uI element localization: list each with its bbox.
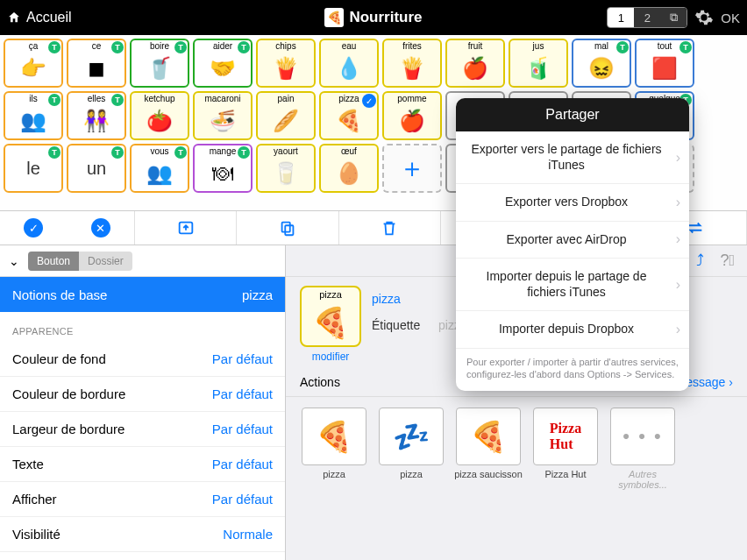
board-tile[interactable]: ils👥T xyxy=(4,91,63,140)
board-tile[interactable]: vous👥T xyxy=(130,144,189,193)
category-label: Notions de base xyxy=(12,287,107,302)
board-tile[interactable]: aider🤝T xyxy=(193,39,253,88)
settings-list: Couleur de fondPar défautCouleur de bord… xyxy=(0,342,285,552)
t-badge-icon: T xyxy=(174,146,187,159)
share-icon[interactable]: ⤴ xyxy=(696,252,704,270)
help-icon[interactable]: ?⃝ xyxy=(720,252,735,270)
setting-value: Par défaut xyxy=(212,457,273,471)
board-tile[interactable]: leT xyxy=(4,144,63,193)
preview-tile[interactable]: pizza 🍕 xyxy=(300,286,361,347)
gear-icon[interactable] xyxy=(694,8,714,27)
page-title: Nourriture xyxy=(349,9,422,26)
board-tile[interactable]: chips🍟 xyxy=(256,39,316,88)
setting-row[interactable]: AfficherPar défaut xyxy=(0,482,285,517)
page-2[interactable]: 2 xyxy=(634,8,660,27)
board-tile[interactable]: pomme🍎 xyxy=(382,91,442,140)
ok-button[interactable]: OK xyxy=(721,11,740,25)
setting-row[interactable]: TextePar défaut xyxy=(0,447,285,482)
setting-row[interactable]: Couleur de bordurePar défaut xyxy=(0,377,285,412)
board-tile[interactable]: macaroni🍜 xyxy=(193,91,253,140)
chevron-right-icon: › xyxy=(676,230,680,248)
setting-label: Couleur de fond xyxy=(12,351,106,366)
selected-tile-label: pizza xyxy=(242,287,273,302)
board-tile[interactable]: mange🍽T xyxy=(193,144,253,193)
popover-item[interactable]: Importer depuis le partage de fichiers i… xyxy=(456,259,689,311)
check-off-icon[interactable]: ✕ xyxy=(91,218,110,237)
chevron-right-icon: › xyxy=(729,375,733,389)
page-archive-icon[interactable]: ⧉ xyxy=(660,8,687,27)
setting-row[interactable]: Couleur de fondPar défaut xyxy=(0,342,285,377)
board-tile[interactable]: œuf🥚 xyxy=(319,144,379,193)
board-tile[interactable]: yaourt🥛 xyxy=(256,144,316,193)
page-1[interactable]: 1 xyxy=(608,8,634,27)
home-icon[interactable] xyxy=(7,11,21,25)
type-segmented[interactable]: Bouton Dossier xyxy=(28,252,132,271)
board-tile[interactable]: elles👭T xyxy=(67,91,126,140)
setting-row[interactable]: Largeur de bordurePar défaut xyxy=(0,412,285,447)
setting-row[interactable]: VisibilitéNormale xyxy=(0,517,285,552)
setting-value: Par défaut xyxy=(212,386,273,401)
board-tile[interactable]: boire🥤T xyxy=(130,39,189,88)
popover-item[interactable]: Exporter vers le partage de fichiers iTu… xyxy=(456,131,689,184)
board-tile[interactable]: pain🥖 xyxy=(256,91,316,140)
setting-label: Afficher xyxy=(12,492,57,507)
preview-label: pizza xyxy=(319,287,342,300)
category-row[interactable]: Notions de base pizza xyxy=(0,277,285,312)
seg-folder[interactable]: Dossier xyxy=(79,252,132,271)
board-tile[interactable]: tout🟥T xyxy=(635,39,694,88)
appearance-header: Apparence xyxy=(0,312,285,342)
setting-value: Par défaut xyxy=(212,492,273,507)
board-tile[interactable]: fruit🍎 xyxy=(445,39,505,88)
popover-item[interactable]: Importer depuis Dropbox› xyxy=(456,311,689,349)
board-tile[interactable]: ketchup🍅 xyxy=(130,91,189,140)
popover-footer: Pour exporter / importer à partir d'autr… xyxy=(456,349,689,392)
pizza-icon: 🍕 xyxy=(312,300,349,345)
copy-icon[interactable] xyxy=(237,211,338,245)
chevron-right-icon: › xyxy=(676,149,680,167)
page-toggle[interactable]: 1 2 ⧉ xyxy=(607,7,687,28)
share-popover: Partager Exporter vers le partage de fic… xyxy=(456,98,689,391)
svg-rect-1 xyxy=(282,223,290,232)
t-badge-icon: T xyxy=(48,41,60,53)
app-icon: 🍕 xyxy=(324,8,344,27)
board-tile[interactable]: jus🧃 xyxy=(509,39,568,88)
t-badge-icon: T xyxy=(111,146,124,159)
board-tile[interactable]: unT xyxy=(67,144,126,193)
chevron-right-icon: › xyxy=(676,194,680,211)
check-on-icon[interactable]: ✓ xyxy=(24,218,43,237)
name-value[interactable]: pizza xyxy=(372,292,401,306)
t-badge-icon: T xyxy=(238,41,250,53)
import-icon[interactable] xyxy=(135,211,237,245)
t-badge-icon: T xyxy=(616,41,629,53)
svg-rect-2 xyxy=(285,225,293,235)
modifier-link[interactable]: modifier xyxy=(300,351,361,363)
board-tile[interactable]: frites🍟 xyxy=(382,39,442,88)
board-tile[interactable]: ＋ xyxy=(382,144,442,193)
symbol-option[interactable]: 🍕pizza xyxy=(300,408,368,490)
trash-icon[interactable] xyxy=(339,211,441,245)
symbol-option[interactable]: 🍕pizza saucisson xyxy=(454,408,523,490)
board-tile[interactable]: mal😖T xyxy=(572,39,631,88)
setting-label: Largeur de bordure xyxy=(12,422,125,436)
popover-item[interactable]: Exporter vers Dropbox› xyxy=(456,184,689,222)
setting-value: Par défaut xyxy=(212,422,273,436)
etiquette-label: Étiquette xyxy=(372,318,433,332)
t-badge-icon: T xyxy=(679,41,692,53)
setting-value: Normale xyxy=(223,527,273,542)
board-tile[interactable]: eau💧 xyxy=(319,39,379,88)
popover-item[interactable]: Exporter avec AirDrop› xyxy=(456,222,689,259)
t-badge-icon: T xyxy=(111,94,124,106)
chevron-right-icon: › xyxy=(676,321,680,338)
t-badge-icon: T xyxy=(111,41,124,53)
setting-label: Couleur de bordure xyxy=(12,386,125,401)
symbol-option[interactable]: PizzaHutPizza Hut xyxy=(531,408,600,490)
symbol-picker: 🍕pizza💤pizza🍕pizza saucissonPizzaHutPizz… xyxy=(286,397,747,500)
home-label[interactable]: Accueil xyxy=(26,10,72,25)
chevron-down-icon[interactable]: ⌄ xyxy=(9,254,19,268)
seg-button[interactable]: Bouton xyxy=(28,252,79,271)
symbol-option[interactable]: 💤pizza xyxy=(377,408,445,490)
symbol-option[interactable]: • • •Autres symboles... xyxy=(608,408,677,490)
board-tile[interactable]: ce◼T xyxy=(67,39,126,88)
board-tile[interactable]: pizza🍕✓ xyxy=(319,91,379,140)
board-tile[interactable]: ça👉T xyxy=(4,39,63,88)
